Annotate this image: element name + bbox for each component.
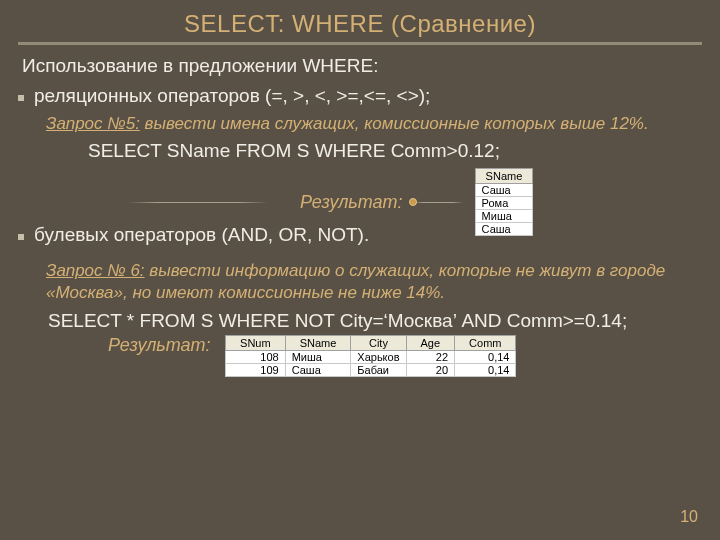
t2-h: SName (285, 335, 351, 350)
t2-h: City (351, 335, 406, 350)
t2-c: 0,14 (455, 350, 516, 363)
t2-c: 109 (226, 363, 286, 376)
t2-c: 20 (406, 363, 455, 376)
t2-c: 0,14 (455, 363, 516, 376)
t1-cell: Миша (475, 210, 533, 223)
result-dot-icon (409, 198, 417, 206)
sql-query-2: SELECT * FROM S WHERE NOT City=‘Москва’ … (48, 309, 702, 333)
intro-text: Использование в предложении WHERE: (18, 55, 702, 77)
result-table-1: SName Саша Рома Миша Саша (475, 168, 534, 236)
bullet-icon (18, 95, 24, 101)
bullet-text: булевых операторов (AND, OR, NOT). (34, 224, 369, 246)
t2-c: Харьков (351, 350, 406, 363)
query6-desc: Запрос № 6: вывести информацию о служащи… (46, 260, 702, 303)
query5-text: вывести имена служащих, комиссионные кот… (140, 114, 649, 133)
bullet-relational: реляционных операторов (=, >, <, >=,<=, … (18, 85, 702, 107)
sql-query-1: SELECT SName FROM S WHERE Comm>0.12; (88, 140, 702, 162)
query5-desc: Запрос №5: вывести имена служащих, комис… (46, 113, 702, 134)
table-row: 109 Саша Бабаи 20 0,14 (226, 363, 516, 376)
t2-h: SNum (226, 335, 286, 350)
t2-h: Age (406, 335, 455, 350)
table-row: 108 Миша Харьков 22 0,14 (226, 350, 516, 363)
t1-cell: Рома (475, 197, 533, 210)
t1-cell: Саша (475, 223, 533, 236)
title-divider (18, 42, 702, 45)
query5-label: Запрос №5: (46, 114, 140, 133)
bullet-icon (18, 234, 24, 240)
t1-cell: Саша (475, 184, 533, 197)
bullet-text: реляционных операторов (=, >, <, >=,<=, … (34, 85, 430, 107)
t2-c: Бабаи (351, 363, 406, 376)
t2-c: Саша (285, 363, 351, 376)
t2-c: 22 (406, 350, 455, 363)
t1-header: SName (475, 169, 533, 184)
t2-c: 108 (226, 350, 286, 363)
result-table-2: SNum SName City Age Comm 108 Миша Харько… (225, 335, 516, 377)
page-number: 10 (680, 508, 698, 526)
t2-h: Comm (455, 335, 516, 350)
result-label-1: Результат: (300, 192, 403, 213)
result-label-2: Результат: (108, 335, 211, 356)
bullet-boolean: булевых операторов (AND, OR, NOT). (18, 224, 702, 246)
page-title: SELECT: WHERE (Сравнение) (18, 10, 702, 38)
t2-c: Миша (285, 350, 351, 363)
query6-label: Запрос № 6: (46, 261, 145, 280)
